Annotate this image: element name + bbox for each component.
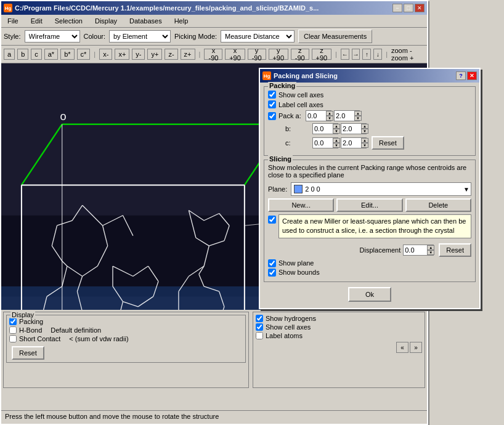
nav-a[interactable]: a [4, 49, 15, 60]
nav-x-90[interactable]: x -90 [204, 49, 222, 60]
menu-display[interactable]: Display [91, 16, 121, 26]
hbond-checkbox[interactable] [9, 326, 17, 334]
zoom-controls: zoom - zoom + [391, 47, 425, 62]
pack-b-min-input[interactable] [313, 124, 333, 134]
displacement-spinbox: ▲ ▼ [403, 245, 434, 256]
minimize-button[interactable]: − [392, 4, 402, 12]
slicing-reset-button[interactable]: Reset [439, 243, 471, 257]
show-bounds-checkbox[interactable] [268, 269, 276, 277]
hbond-label: H-Bond [19, 326, 42, 334]
label-atoms-label: Label atoms [266, 332, 303, 339]
nav-b[interactable]: b [17, 49, 28, 60]
nav-xplus[interactable]: x+ [115, 49, 129, 60]
show-plane-checkbox[interactable] [268, 259, 276, 267]
displacement-down[interactable]: ▼ [427, 250, 434, 255]
display-reset-button[interactable]: Reset [12, 346, 44, 360]
menu-help[interactable]: Help [171, 16, 192, 26]
displacement-up[interactable]: ▲ [427, 245, 434, 250]
pack-c-max-up[interactable]: ▲ [361, 138, 368, 143]
nav-zplus[interactable]: z+ [181, 49, 195, 60]
new-plane-button[interactable]: New... [268, 198, 334, 212]
ok-button[interactable]: Ok [348, 287, 391, 302]
colour-select[interactable]: by Element by Molecule [109, 30, 171, 42]
nav-left-arrow[interactable]: ← [341, 49, 349, 60]
menu-edit[interactable]: Edit [27, 16, 46, 26]
show-cell-axes-checkbox[interactable] [256, 323, 263, 331]
shortcontact-desc: < (sum of vdw radii) [69, 335, 128, 342]
pack-c-min-input[interactable] [313, 138, 333, 148]
dialog-title-left: Hg Packing and Slicing [262, 71, 338, 80]
nav-xminus[interactable]: x- [99, 49, 112, 60]
menu-file[interactable]: File [4, 16, 22, 26]
display-group-title: Display [10, 311, 35, 318]
nav-z-90[interactable]: z -90 [291, 49, 309, 60]
displacement-input[interactable] [404, 245, 427, 255]
pack-b-min-up[interactable]: ▲ [333, 124, 340, 129]
label-cell-axes-check[interactable] [268, 100, 276, 108]
nav-z+90[interactable]: z +90 [312, 49, 331, 60]
shortcontact-row: Short Contact < (sum of vdw radii) [9, 335, 243, 342]
picking-mode-select[interactable]: Measure Distance Select Label [221, 30, 295, 42]
nav-cstar[interactable]: c* [77, 49, 91, 60]
pack-b-max-input[interactable] [341, 124, 361, 134]
close-button[interactable]: ✕ [415, 4, 425, 12]
packing-section: Packing Show cell axes Label cell axes P… [264, 86, 476, 156]
pack-b-min-down[interactable]: ▼ [333, 129, 340, 134]
pack-a-max-input[interactable] [335, 111, 354, 121]
nav-y+90[interactable]: y +90 [269, 49, 288, 60]
pack-a-max-down[interactable]: ▼ [354, 116, 362, 121]
slicing-action-buttons: New... Edit... Delete [268, 198, 471, 212]
nav-x+90[interactable]: x +90 [225, 49, 245, 60]
pack-a-min-input[interactable] [306, 111, 326, 121]
show-h-row: Show hydrogens [256, 315, 422, 322]
nav-yminus[interactable]: y- [132, 49, 145, 60]
pack-c-min-down[interactable]: ▼ [333, 143, 340, 148]
dialog-close-button[interactable]: ✕ [467, 71, 477, 80]
style-select[interactable]: Wireframe Ball and Stick Spacefill [25, 30, 80, 42]
show-hydrogens-label: Show hydrogens [266, 315, 316, 322]
pack-a-min-down[interactable]: ▼ [326, 116, 333, 121]
nav-up-arrow[interactable]: ↑ [362, 49, 371, 60]
nav-c[interactable]: c [31, 49, 42, 60]
delete-plane-button[interactable]: Delete [405, 198, 471, 212]
packing-reset-button[interactable]: Reset [372, 136, 404, 150]
nav-right-arrow[interactable]: → [352, 49, 360, 60]
slicing-section-title: Slicing [268, 155, 293, 163]
menu-selection[interactable]: Selection [51, 16, 86, 26]
plane-dropdown[interactable]: 2 0 0 ▼ [291, 182, 471, 196]
next-page-button[interactable]: » [410, 342, 422, 353]
pack-b-max-up[interactable]: ▲ [361, 124, 368, 129]
pack-c-min-up[interactable]: ▲ [333, 138, 340, 143]
pack-c-max-down[interactable]: ▼ [361, 143, 368, 148]
nav-bstar[interactable]: b* [60, 49, 74, 60]
status-bar: Press the left mouse button and move the… [1, 410, 427, 424]
pack-checkbox[interactable] [268, 112, 276, 120]
show-cell-axes-check[interactable] [268, 91, 276, 99]
nav-astar[interactable]: a* [44, 49, 58, 60]
pack-a-min-up[interactable]: ▲ [326, 111, 333, 116]
pack-b-max-down[interactable]: ▼ [361, 129, 368, 134]
pack-c-max-input[interactable] [341, 138, 361, 148]
pack-c-max-spinbox: ▲ ▼ [341, 137, 367, 148]
packing-checkbox[interactable] [9, 318, 17, 325]
nav-zminus[interactable]: z- [165, 49, 177, 60]
displacement-label: Displacement [360, 246, 401, 254]
displacement-row: Displacement ▲ ▼ Reset [268, 243, 471, 257]
maximize-button[interactable]: □ [404, 4, 413, 12]
prev-page-button[interactable]: « [396, 342, 408, 353]
show-cell-axes-label: Show cell axes [266, 323, 311, 331]
show-hydrogens-checkbox[interactable] [256, 315, 263, 322]
clear-measurements-button[interactable]: Clear Measurements [298, 30, 372, 43]
nav-down-arrow[interactable]: ↓ [373, 49, 382, 60]
bottom-panels: Display Packing H-Bond Default definitio… [1, 310, 427, 390]
shortcontact-checkbox[interactable] [9, 335, 17, 342]
nav-y-90[interactable]: y -90 [248, 49, 266, 60]
pack-a-max-up[interactable]: ▲ [354, 111, 362, 116]
label-atoms-checkbox[interactable] [256, 332, 263, 339]
create-plane-checkbox[interactable] [268, 216, 276, 224]
nav-yplus[interactable]: y+ [147, 49, 162, 60]
packing-slicing-dialog: Hg Packing and Slicing ? ✕ Packing Show … [259, 68, 481, 309]
menu-databases[interactable]: Databases [126, 16, 166, 26]
dialog-help-button[interactable]: ? [456, 71, 466, 80]
edit-plane-button[interactable]: Edit... [336, 198, 402, 212]
